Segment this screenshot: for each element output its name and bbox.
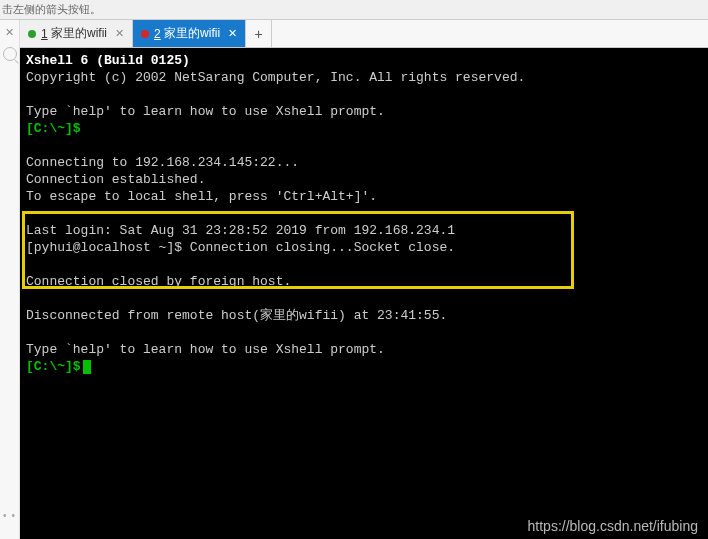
watermark: https://blog.csdn.net/ifubing (528, 518, 698, 535)
status-dot-disconnected-icon (141, 30, 149, 38)
tab-session-1[interactable]: 1 家里的wifii ✕ (20, 20, 133, 47)
tab-bar: 1 家里的wifii ✕ 2 家里的wifii ✕ + (20, 20, 708, 48)
terminal-closed: Connection closed by foreign host. (26, 273, 702, 290)
tab-label: 家里的wifii (164, 25, 220, 42)
terminal-established: Connection established. (26, 171, 702, 188)
search-icon[interactable] (3, 47, 17, 61)
terminal-prompt: [C:\~]$ (26, 121, 81, 136)
terminal-cursor (83, 360, 91, 374)
tab-session-2[interactable]: 2 家里的wifii ✕ (133, 20, 246, 47)
terminal-prompt: [C:\~]$ (26, 359, 81, 374)
terminal-copyright: Copyright (c) 2002 NetSarang Computer, I… (26, 69, 702, 86)
terminal-disconnected: Disconnected from remote host(家里的wifii) … (26, 307, 702, 324)
add-tab-button[interactable]: + (246, 20, 272, 47)
top-hint-text: 击左侧的箭头按钮。 (0, 0, 708, 19)
terminal-title: Xshell 6 (Build 0125) (26, 52, 702, 69)
sidebar-more-icon[interactable]: • • (3, 510, 16, 521)
tab-close-icon[interactable]: ✕ (115, 27, 124, 40)
terminal-escape: To escape to local shell, press 'Ctrl+Al… (26, 188, 702, 205)
status-dot-connected-icon (28, 30, 36, 38)
terminal[interactable]: Xshell 6 (Build 0125) Copyright (c) 2002… (20, 48, 708, 539)
terminal-connecting: Connecting to 192.168.234.145:22... (26, 154, 702, 171)
tab-label: 家里的wifii (51, 25, 107, 42)
close-icon[interactable]: ✕ (5, 26, 14, 39)
terminal-closing: [pyhui@localhost ~]$ Connection closing.… (26, 239, 702, 256)
tab-number: 2 (154, 27, 161, 41)
terminal-lastlogin: Last login: Sat Aug 31 23:28:52 2019 fro… (26, 222, 702, 239)
terminal-help: Type `help' to learn how to use Xshell p… (26, 103, 702, 120)
left-sidebar: ✕ • • (0, 20, 20, 539)
app-frame: ✕ • • 1 家里的wifii ✕ 2 家里的wifii ✕ + Xshell (0, 19, 708, 539)
terminal-help: Type `help' to learn how to use Xshell p… (26, 341, 702, 358)
tab-number: 1 (41, 27, 48, 41)
tab-close-icon[interactable]: ✕ (228, 27, 237, 40)
main-area: 1 家里的wifii ✕ 2 家里的wifii ✕ + Xshell 6 (Bu… (20, 20, 708, 539)
